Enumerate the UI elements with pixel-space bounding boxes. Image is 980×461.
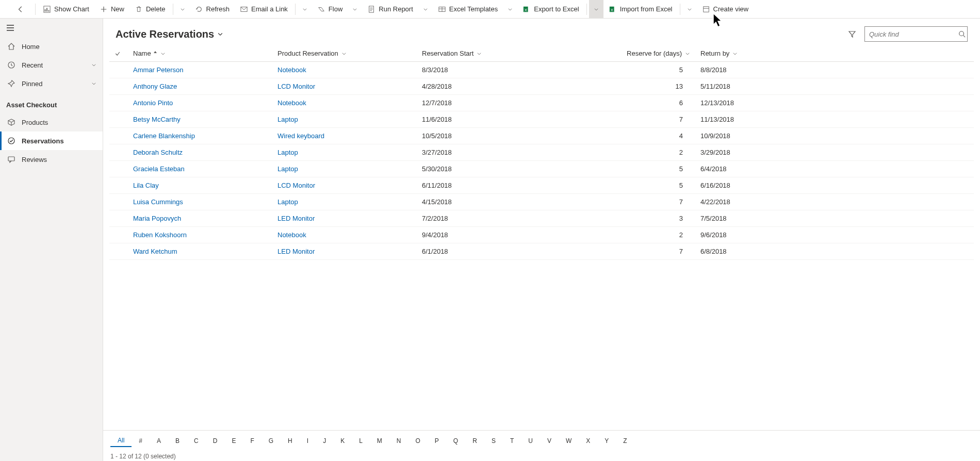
table-row[interactable]: Maria PopovychLED Monitor7/2/201837/5/20… xyxy=(109,210,974,227)
alpha-item[interactable]: C xyxy=(187,435,206,447)
filter-button[interactable] xyxy=(844,26,860,42)
create-view-button[interactable]: Create view xyxy=(697,0,754,18)
alpha-item[interactable]: K xyxy=(333,435,352,447)
row-select[interactable] xyxy=(109,111,128,128)
alpha-item[interactable]: I xyxy=(300,435,316,447)
cell-name[interactable]: Luisa Cummings xyxy=(128,194,272,210)
row-select[interactable] xyxy=(109,128,128,144)
alpha-item[interactable]: S xyxy=(484,435,503,447)
alpha-item[interactable]: B xyxy=(168,435,187,447)
new-button[interactable]: New xyxy=(94,0,129,18)
select-all-header[interactable] xyxy=(109,45,128,62)
alpha-item[interactable]: All xyxy=(110,435,132,447)
cell-product[interactable]: Notebook xyxy=(272,62,417,78)
col-header-product[interactable]: Product Reservation xyxy=(272,45,417,62)
alpha-item[interactable]: W xyxy=(559,435,579,447)
alpha-item[interactable]: T xyxy=(503,435,521,447)
table-row[interactable]: Carlene BlankenshipWired keyboard10/5/20… xyxy=(109,128,974,144)
excel-templates-dropdown[interactable] xyxy=(503,0,517,18)
alpha-item[interactable]: E xyxy=(224,435,243,447)
email-link-dropdown[interactable] xyxy=(298,0,312,18)
delete-button[interactable]: Delete xyxy=(129,0,171,18)
alpha-item[interactable]: G xyxy=(262,435,281,447)
cell-product[interactable]: Laptop xyxy=(272,111,417,128)
alpha-item[interactable]: N xyxy=(389,435,409,447)
import-excel-button[interactable]: X Import from Excel xyxy=(603,0,678,18)
alpha-item[interactable]: M xyxy=(370,435,389,447)
alpha-item[interactable]: J xyxy=(316,435,333,447)
table-row[interactable]: Anthony GlazeLCD Monitor4/28/2018135/11/… xyxy=(109,78,974,95)
row-select[interactable] xyxy=(109,161,128,177)
alpha-item[interactable]: H xyxy=(281,435,300,447)
nav-home[interactable]: Home xyxy=(0,37,103,56)
nav-recent[interactable]: Recent xyxy=(0,56,103,74)
cell-product[interactable]: Notebook xyxy=(272,95,417,111)
row-select[interactable] xyxy=(109,210,128,227)
cell-name[interactable]: Ammar Peterson xyxy=(128,62,272,78)
nav-pinned[interactable]: Pinned xyxy=(0,74,103,93)
cell-name[interactable]: Graciela Esteban xyxy=(128,161,272,177)
table-row[interactable]: Ward KetchumLED Monitor6/1/201876/8/2018 xyxy=(109,243,974,260)
export-excel-button[interactable]: X Export to Excel xyxy=(517,0,584,18)
cell-name[interactable]: Ruben Kokshoorn xyxy=(128,227,272,243)
cell-name[interactable]: Antonio Pinto xyxy=(128,95,272,111)
cell-product[interactable]: Notebook xyxy=(272,227,417,243)
cell-product[interactable]: LED Monitor xyxy=(272,243,417,260)
alpha-item[interactable]: L xyxy=(352,435,370,447)
import-excel-dropdown[interactable] xyxy=(682,0,697,18)
cell-name[interactable]: Ward Ketchum xyxy=(128,243,272,260)
cell-product[interactable]: Laptop xyxy=(272,161,417,177)
alpha-item[interactable]: X xyxy=(579,435,597,447)
alpha-item[interactable]: U xyxy=(521,435,540,447)
cell-product[interactable]: Laptop xyxy=(272,144,417,161)
cell-product[interactable]: Laptop xyxy=(272,194,417,210)
cell-product[interactable]: LED Monitor xyxy=(272,210,417,227)
cell-name[interactable]: Deborah Schultz xyxy=(128,144,272,161)
alpha-item[interactable]: O xyxy=(409,435,428,447)
row-select[interactable] xyxy=(109,78,128,95)
table-row[interactable]: Luisa CummingsLaptop4/15/201874/22/2018 xyxy=(109,194,974,210)
hamburger-button[interactable] xyxy=(0,19,103,37)
cell-product[interactable]: LCD Monitor xyxy=(272,78,417,95)
nav-reviews[interactable]: Reviews xyxy=(0,150,103,169)
excel-templates-button[interactable]: Excel Templates xyxy=(433,0,503,18)
back-button[interactable] xyxy=(11,0,33,18)
table-row[interactable]: Graciela EstebanLaptop5/30/201856/4/2018 xyxy=(109,161,974,177)
alpha-item[interactable]: # xyxy=(132,435,150,447)
alpha-item[interactable]: D xyxy=(206,435,225,447)
cell-name[interactable]: Lila Clay xyxy=(128,177,272,194)
alpha-item[interactable]: A xyxy=(150,435,168,447)
email-link-button[interactable]: Email a Link xyxy=(235,0,293,18)
run-report-button[interactable]: Run Report xyxy=(362,0,418,18)
run-report-dropdown[interactable] xyxy=(418,0,433,18)
col-header-days[interactable]: Reserve for (days) xyxy=(561,45,695,62)
cell-product[interactable]: LCD Monitor xyxy=(272,177,417,194)
show-chart-button[interactable]: Show Chart xyxy=(38,0,94,18)
table-row[interactable]: Antonio PintoNotebook12/7/2018612/13/201… xyxy=(109,95,974,111)
row-select[interactable] xyxy=(109,243,128,260)
table-row[interactable]: Ruben KokshoornNotebook9/4/201829/6/2018 xyxy=(109,227,974,243)
alpha-item[interactable]: Y xyxy=(597,435,616,447)
alpha-item[interactable]: Z xyxy=(616,435,634,447)
cell-name[interactable]: Anthony Glaze xyxy=(128,78,272,95)
cell-name[interactable]: Betsy McCarthy xyxy=(128,111,272,128)
nav-products[interactable]: Products xyxy=(0,113,103,131)
table-row[interactable]: Deborah SchultzLaptop3/27/201823/29/2018 xyxy=(109,144,974,161)
view-title-dropdown[interactable]: Active Reservations xyxy=(116,28,223,40)
cell-name[interactable]: Maria Popovych xyxy=(128,210,272,227)
cell-product[interactable]: Wired keyboard xyxy=(272,128,417,144)
flow-dropdown[interactable] xyxy=(348,0,362,18)
col-header-return[interactable]: Return by xyxy=(695,45,974,62)
quick-find-input[interactable] xyxy=(869,30,956,38)
table-row[interactable]: Lila ClayLCD Monitor6/11/201856/16/2018 xyxy=(109,177,974,194)
alpha-item[interactable]: Q xyxy=(446,435,465,447)
quick-find-search[interactable] xyxy=(864,26,968,42)
row-select[interactable] xyxy=(109,194,128,210)
export-excel-dropdown[interactable] xyxy=(589,0,603,18)
refresh-button[interactable]: Refresh xyxy=(190,0,235,18)
flow-button[interactable]: Flow xyxy=(312,0,348,18)
alpha-item[interactable]: P xyxy=(428,435,446,447)
col-header-start[interactable]: Reservation Start xyxy=(417,45,561,62)
row-select[interactable] xyxy=(109,62,128,78)
row-select[interactable] xyxy=(109,227,128,243)
